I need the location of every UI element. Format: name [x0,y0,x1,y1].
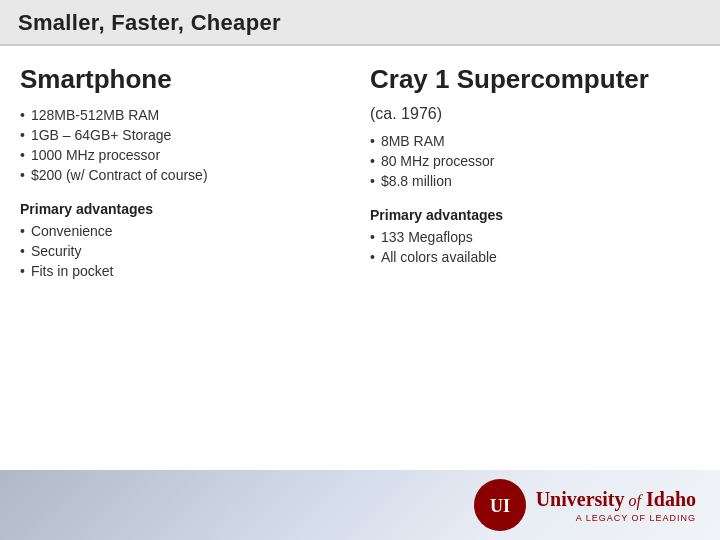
slide-title: Smaller, Faster, Cheaper [18,10,702,36]
footer-logo-area: UI University of Idaho A LEGACY OF LEADI… [473,478,696,533]
list-item: 128MB-512MB RAM [20,105,350,125]
right-specs-list: 8MB RAM 80 MHz processor $8.8 million [370,131,700,191]
right-advantages-list: 133 Megaflops All colors available [370,227,700,267]
list-item: $200 (w/ Contract of course) [20,165,350,185]
footer-tagline: A LEGACY OF LEADING [576,513,696,523]
university-logo-icon: UI [473,478,528,533]
left-specs-list: 128MB-512MB RAM 1GB – 64GB+ Storage 1000… [20,105,350,185]
list-item: 8MB RAM [370,131,700,151]
university-name: University of Idaho [536,487,696,511]
left-column-title: Smartphone [20,64,350,95]
footer: UI University of Idaho A LEGACY OF LEADI… [0,470,720,540]
list-item: $8.8 million [370,171,700,191]
list-item: 80 MHz processor [370,151,700,171]
list-item: Convenience [20,221,350,241]
content-area: Smartphone 128MB-512MB RAM 1GB – 64GB+ S… [0,46,720,470]
title-bar: Smaller, Faster, Cheaper [0,0,720,46]
right-primary-advantages-label: Primary advantages [370,207,700,223]
list-item: 133 Megaflops [370,227,700,247]
list-item: Fits in pocket [20,261,350,281]
left-primary-advantages-label: Primary advantages [20,201,350,217]
left-advantages-list: Convenience Security Fits in pocket [20,221,350,281]
right-column-title: Cray 1 Supercomputer [370,64,700,95]
list-item: 1GB – 64GB+ Storage [20,125,350,145]
cray-year: (ca. 1976) [370,105,700,123]
list-item: 1000 MHz processor [20,145,350,165]
right-column: Cray 1 Supercomputer (ca. 1976) 8MB RAM … [370,64,700,460]
left-column: Smartphone 128MB-512MB RAM 1GB – 64GB+ S… [20,64,350,460]
list-item: Security [20,241,350,261]
footer-text-logo: University of Idaho A LEGACY OF LEADING [536,487,696,523]
slide: Smaller, Faster, Cheaper Smartphone 128M… [0,0,720,540]
svg-text:UI: UI [490,496,510,516]
list-item: All colors available [370,247,700,267]
